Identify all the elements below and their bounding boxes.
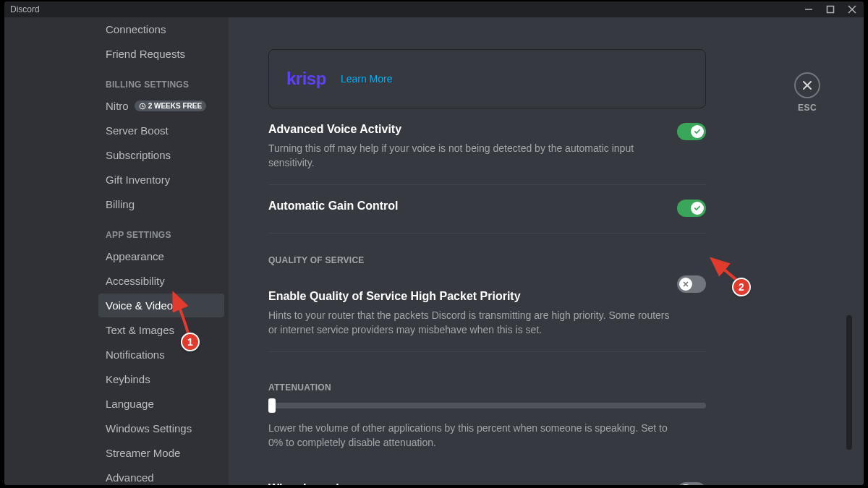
sidebar-item-friend-requests[interactable]: Friend Requests <box>98 42 224 66</box>
sidebar-item-keybinds[interactable]: Keybinds <box>98 367 224 391</box>
sidebar-item-gift-inventory[interactable]: Gift Inventory <box>98 168 224 192</box>
scrollbar-thumb[interactable] <box>846 315 852 450</box>
attenuation-slider-knob[interactable] <box>268 398 276 413</box>
attenuation-description: Lower the volume of other applications b… <box>268 421 673 450</box>
setting-description: Turning this off may help if your voice … <box>268 142 673 170</box>
setting-title: When I speak <box>268 482 706 485</box>
attenuation-slider[interactable] <box>268 403 706 408</box>
window-minimize-button[interactable] <box>803 4 814 15</box>
krisp-learn-more-link[interactable]: Learn More <box>341 73 393 85</box>
titlebar-app-name: Discord <box>10 4 40 14</box>
close-button[interactable] <box>794 72 820 98</box>
setting-title: Enable Quality of Service High Packet Pr… <box>268 290 706 303</box>
svg-rect-1 <box>827 7 834 13</box>
sidebar-item-appearance[interactable]: Appearance <box>98 244 224 268</box>
clock-icon <box>139 103 146 110</box>
setting-title: Advanced Voice Activity <box>268 123 706 136</box>
sidebar-item-subscriptions[interactable]: Subscriptions <box>98 143 224 167</box>
titlebar: Discord <box>4 1 864 17</box>
sidebar-item-billing[interactable]: Billing <box>98 192 224 216</box>
section-header-attenuation: ATTENUATION <box>268 382 706 393</box>
qos-toggle[interactable] <box>677 275 706 293</box>
setting-automatic-gain-control: Automatic Gain Control <box>268 185 706 234</box>
window-maximize-button[interactable] <box>825 4 836 15</box>
sidebar-header-app: APP SETTINGS <box>98 217 224 244</box>
esc-label: ESC <box>798 103 817 113</box>
sidebar-item-streamer-mode[interactable]: Streamer Mode <box>98 441 224 465</box>
sidebar-item-voice-video[interactable]: Voice & Video <box>98 294 224 317</box>
krisp-logo: krisp <box>286 69 326 89</box>
window-controls <box>803 4 858 15</box>
settings-sidebar: Connections Friend Requests BILLING SETT… <box>4 17 229 485</box>
close-icon <box>801 80 813 91</box>
setting-qos: Enable Quality of Service High Packet Pr… <box>268 275 706 352</box>
sidebar-item-advanced[interactable]: Advanced <box>98 466 224 485</box>
setting-description: Hints to your router that the packets Di… <box>268 309 673 337</box>
sidebar-item-accessibility[interactable]: Accessibility <box>98 269 224 293</box>
setting-when-i-speak: When I speak <box>268 468 706 485</box>
settings-content: krisp Learn More Advanced Voice Activity… <box>229 17 864 485</box>
sidebar-item-nitro[interactable]: Nitro 2 WEEKS FREE <box>98 94 224 118</box>
section-header-qos: QUALITY OF SERVICE <box>268 255 706 265</box>
annotation-badge-1: 1 <box>181 333 200 351</box>
nitro-badge: 2 WEEKS FREE <box>135 100 206 111</box>
content-scrollbar[interactable] <box>846 20 852 484</box>
setting-advanced-voice-activity: Advanced Voice Activity Turning this off… <box>268 108 706 185</box>
close-settings: ESC <box>794 72 820 113</box>
sidebar-header-billing: BILLING SETTINGS <box>98 67 224 94</box>
sidebar-item-server-boost[interactable]: Server Boost <box>98 119 224 142</box>
sidebar-item-language[interactable]: Language <box>98 392 224 416</box>
sidebar-item-notifications[interactable]: Notifications <box>98 343 224 367</box>
krisp-promo-box: krisp Learn More <box>268 49 706 108</box>
sidebar-item-connections[interactable]: Connections <box>98 17 224 41</box>
annotation-badge-2: 2 <box>732 278 751 296</box>
window-close-button[interactable] <box>846 4 858 15</box>
sidebar-item-label: Nitro <box>106 100 129 112</box>
sidebar-item-text-images[interactable]: Text & Images <box>98 318 224 342</box>
advanced-voice-toggle[interactable] <box>677 123 706 140</box>
setting-title: Automatic Gain Control <box>268 200 706 213</box>
sidebar-item-windows-settings[interactable]: Windows Settings <box>98 416 224 440</box>
agc-toggle[interactable] <box>677 200 706 217</box>
